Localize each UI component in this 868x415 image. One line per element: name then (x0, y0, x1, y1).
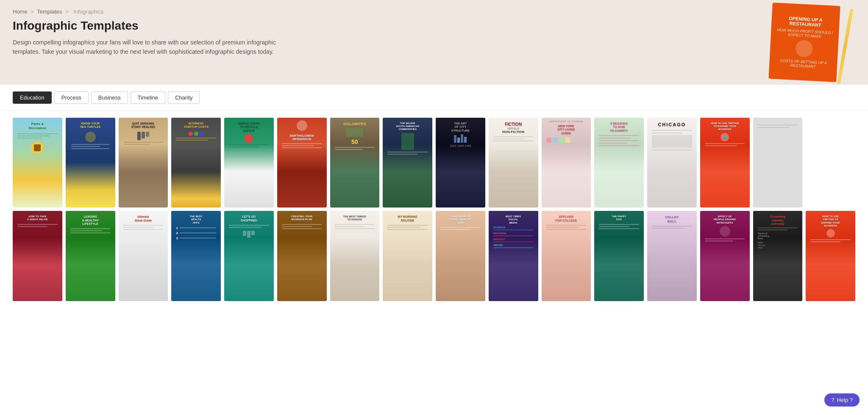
template-selfie[interactable]: HOW TO TAKEA GREAT SELFIE (13, 211, 62, 301)
template-chicago[interactable]: CHICAGO (647, 118, 697, 208)
template-healthy-lifestyle[interactable]: LEADINGA HEALTHYLIFESTYLE (66, 211, 115, 301)
filter-tab-process[interactable]: Process (54, 91, 89, 104)
template-art-of-city[interactable]: THE ARTOF CITYSTRUCTURE 1924 1939 1945 (436, 118, 485, 208)
template-business-startup[interactable]: BUSINESSSTARTUP COSTS (171, 118, 221, 208)
breadcrumb-current: Infographics (73, 8, 103, 15)
template-healthy-skin[interactable]: YOUR GUIDE TOCLEAR, HEALTHYSKIN (436, 211, 485, 301)
template-business-plan[interactable]: CREATING YOURBUSINESS PLAN (277, 211, 327, 301)
page-description: Design compelling infographics your fans… (13, 38, 301, 57)
template-health-apps[interactable]: THE BESTHEALTHAPPS 1 2 3 (171, 211, 221, 301)
banner-card-title: OPENING UP A RESTAURANT (776, 15, 835, 28)
filter-tab-charity[interactable]: Charity (168, 91, 200, 104)
template-parks-recreation[interactable]: Parks &Recreation (13, 118, 62, 208)
banner-card-subtitle2: COSTS OF SETTING UP A RESTAURANT (774, 58, 832, 69)
template-south-american[interactable]: TOP MAJORSOUTH AMERICANCOMMODITIES (383, 118, 432, 208)
banner-image: OPENING UP A RESTAURANT HOW MUCH PROFIT … (758, 0, 851, 85)
template-charity[interactable]: 5 REASONSTO GIVETO CHARITY (594, 118, 644, 208)
template-steak-guide[interactable]: UltimateSteak Guide (119, 211, 168, 301)
header-banner: Home > Templates > Infographics Infograp… (0, 0, 868, 85)
filter-bar: Education Process Business Timeline Char… (0, 85, 868, 111)
templates-row1: Parks &Recreation KNOW YOURSEA TURTLES (0, 111, 868, 208)
template-twitter[interactable]: HOW TO USE TWITTERTO EXPAND YOURBUSINESS… (700, 118, 750, 208)
template-consulting[interactable]: Consultingindustryoverview/ Types ofcons… (753, 211, 803, 301)
template-introverts[interactable]: EFFECT OFPEOPLE AROUNDINTROVERTS (700, 211, 750, 301)
template-fiction[interactable]: FICTION VERSUS NON-FICTION (489, 118, 538, 208)
template-twitter2[interactable]: HOW TO USETWITTER TOEXPAND YOURBUSINESS (806, 211, 855, 301)
template-placeholder-1[interactable] (753, 118, 803, 208)
filter-tab-business[interactable]: Business (91, 91, 128, 104)
breadcrumb-home[interactable]: Home (13, 8, 28, 15)
template-shopping[interactable]: LET'S GOSHOPPING! (224, 211, 274, 301)
breadcrumb-sep1: > (31, 8, 34, 15)
template-quit-smoking[interactable]: QUIT SMOKINGSTART HEALING (119, 118, 168, 208)
template-social-media[interactable]: BEST TIMESSOCIALMEDIA FACEBOOK INSTAGRAM… (489, 211, 538, 301)
template-donate[interactable]: THE BEST THINGSTO DONATE (330, 211, 380, 301)
breadcrumb: Home > Templates > Infographics (13, 8, 855, 15)
banner-card: OPENING UP A RESTAURANT HOW MUCH PROFIT … (768, 3, 840, 82)
breadcrumb-templates[interactable]: Templates (37, 8, 62, 15)
template-bartholomew[interactable]: BARTHOLOMEWHENDERSON (277, 118, 327, 208)
page-title: Infographic Templates (13, 19, 855, 33)
template-new-york-guide[interactable]: DEPARTMENT OF TOURISM NEW YORKCITY LIVIN… (542, 118, 591, 208)
filter-tab-education[interactable]: Education (13, 91, 52, 104)
template-puppy[interactable]: THE PUPPYDOG (594, 211, 644, 301)
template-college[interactable]: APPLYINGFOR COLLEGE (542, 211, 591, 301)
template-dolomites[interactable]: DOLOMITES 50 (330, 118, 380, 208)
template-bicycle-safety[interactable]: SIMPLE STEPSTO BICYCLESAFETY (224, 118, 274, 208)
banner-card-subtitle1: HOW MUCH PROFIT SHOULD I EXPECT TO MAKE (776, 28, 834, 39)
filter-tab-timeline[interactable]: Timeline (131, 91, 166, 104)
templates-row2: HOW TO TAKEA GREAT SELFIE LEADINGA HEALT… (0, 208, 868, 309)
template-sea-turtles[interactable]: KNOW YOURSEA TURTLES (66, 118, 115, 208)
breadcrumb-sep2: > (65, 8, 69, 15)
template-morning-routine[interactable]: MY MORNINGROUTINE (383, 211, 432, 301)
template-volleyball[interactable]: VOLLEYBALL (647, 211, 697, 301)
